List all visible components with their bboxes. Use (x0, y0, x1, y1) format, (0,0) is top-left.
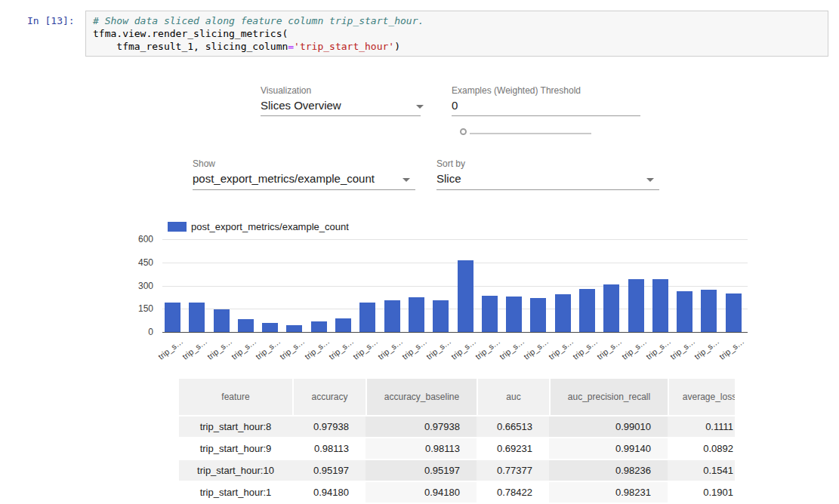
metric-cell: 0.94180 (292, 482, 366, 502)
bar-18[interactable] (603, 284, 619, 332)
bar-2[interactable] (214, 309, 230, 332)
metric-cell: 0.69231 (477, 438, 549, 459)
bar-5[interactable] (286, 325, 302, 332)
y-tick-label: 450 (112, 257, 153, 269)
visualization-label: Visualization (261, 85, 311, 96)
column-header: auc_precision_recall (549, 379, 668, 415)
threshold-slider-knob[interactable] (460, 128, 467, 135)
visualization-selected-value[interactable]: Slices Overview (261, 99, 341, 112)
y-tick-label: 300 (112, 280, 153, 292)
code-comment-line: # Show data sliced along feature column … (93, 14, 821, 27)
bar-6[interactable] (311, 321, 327, 332)
column-header: auc (477, 379, 549, 415)
bar-10[interactable] (409, 297, 424, 332)
y-tick-label: 600 (112, 233, 153, 245)
cell-prompt: In [13]: (27, 15, 75, 26)
feature-cell: trip_start_hour:9 (179, 438, 292, 459)
metric-cell: 0.0892 (668, 438, 735, 459)
metric-cell: 0.1901 (668, 482, 735, 502)
threshold-label: Examples (Weighted) Threshold (452, 85, 581, 96)
bar-23[interactable] (726, 293, 742, 332)
bar-21[interactable] (677, 291, 692, 332)
bar-7[interactable] (335, 318, 351, 332)
column-header: average_loss (668, 379, 735, 415)
y-tick-label: 150 (112, 303, 153, 315)
feature-cell: trip_start_hour:1 (179, 482, 292, 502)
table-row: trip_start_hour:10.941800.941800.784220.… (179, 482, 735, 502)
metric-cell: 0.98231 (549, 482, 668, 502)
column-header: feature (179, 379, 292, 415)
bar-19[interactable] (628, 279, 644, 332)
metrics-table-body: trip_start_hour:80.979380.979380.665130.… (179, 416, 735, 502)
bar-3[interactable] (238, 319, 254, 332)
threshold-input[interactable]: 0 (452, 99, 458, 112)
column-header: accuracy (292, 379, 366, 415)
table-row: trip_start_hour:90.981130.981130.692310.… (179, 438, 735, 459)
threshold-slider-track[interactable] (470, 133, 591, 134)
sort-by-selected-value[interactable]: Slice (436, 172, 461, 185)
bar-14[interactable] (506, 297, 522, 332)
code-args-line: tfma_result_1, slicing_column='trip_star… (93, 40, 821, 53)
dropdown-underline (436, 189, 659, 190)
metrics-table-header-row: featureaccuracyaccuracy_baselineaucauc_p… (179, 379, 735, 415)
metric-cell: 0.98113 (366, 438, 477, 459)
metric-cell: 0.1111 (668, 416, 735, 437)
show-label: Show (193, 158, 215, 169)
dropdown-underline (261, 115, 421, 116)
column-header: accuracy_baseline (366, 379, 477, 415)
input-underline (452, 115, 640, 116)
metric-cell: 0.1541 (668, 460, 735, 481)
notebook-output-page: In [13]: # Show data sliced along featur… (0, 0, 839, 504)
gridline (162, 332, 748, 333)
code-operator: = (288, 41, 294, 52)
metric-cell: 0.97938 (292, 416, 366, 437)
metrics-table: featureaccuracyaccuracy_baselineaucauc_p… (179, 377, 735, 504)
metric-cell: 0.99140 (549, 438, 668, 459)
bar-15[interactable] (530, 298, 546, 332)
bar-1[interactable] (189, 303, 205, 332)
feature-cell: trip_start_hour:10 (179, 460, 292, 481)
x-axis: trip_s…trip_s…trip_s…trip_s…trip_s…trip_… (162, 335, 767, 368)
bar-20[interactable] (652, 279, 668, 332)
legend-label: post_export_metrics/example_count (191, 221, 349, 232)
metric-cell: 0.77377 (477, 460, 549, 481)
feature-cell: trip_start_hour:8 (179, 416, 292, 437)
table-row: trip_start_hour:80.979380.979380.665130.… (179, 416, 735, 437)
gridline (162, 263, 748, 263)
dropdown-underline (193, 189, 415, 190)
bar-12[interactable] (458, 260, 473, 332)
bar-8[interactable] (359, 303, 375, 332)
bar-22[interactable] (701, 290, 717, 332)
code-string-literal: 'trip_start_hour' (294, 41, 394, 52)
bar-9[interactable] (384, 300, 400, 332)
dropdown-arrow-icon[interactable] (646, 178, 654, 182)
code-args-text: tfma_result_1, slicing_column (93, 41, 288, 52)
table-row: trip_start_hour:100.951970.951970.773770… (179, 460, 735, 481)
bar-17[interactable] (579, 289, 595, 332)
bar-11[interactable] (433, 300, 449, 332)
y-tick-label: 0 (112, 326, 153, 338)
metric-cell: 0.97938 (366, 416, 477, 437)
show-selected-value[interactable]: post_export_metrics/example_count (193, 172, 375, 185)
dropdown-arrow-icon[interactable] (416, 105, 424, 109)
gridline (162, 239, 748, 240)
y-axis: 0150300450600 (112, 239, 153, 338)
bar-plot (162, 239, 748, 332)
code-call-line: tfma.view.render_slicing_metrics( (93, 27, 821, 40)
code-cell-editor[interactable]: # Show data sliced along feature column … (85, 11, 828, 57)
metric-cell: 0.78422 (477, 482, 549, 502)
metrics-table-grid: featureaccuracyaccuracy_baselineaucauc_p… (179, 377, 735, 504)
bar-16[interactable] (555, 294, 571, 332)
metric-cell: 0.98236 (549, 460, 668, 481)
dropdown-arrow-icon[interactable] (403, 178, 410, 182)
metric-cell: 0.99010 (549, 416, 668, 437)
bar-13[interactable] (482, 296, 498, 332)
metric-cell: 0.95197 (366, 460, 477, 481)
legend-color-swatch (168, 222, 187, 232)
code-close-paren: ) (394, 41, 400, 52)
metric-cell: 0.98113 (292, 438, 366, 459)
metric-cell: 0.66513 (477, 416, 549, 437)
bar-0[interactable] (165, 303, 180, 332)
bar-4[interactable] (262, 323, 278, 332)
metric-cell: 0.94180 (366, 482, 477, 502)
